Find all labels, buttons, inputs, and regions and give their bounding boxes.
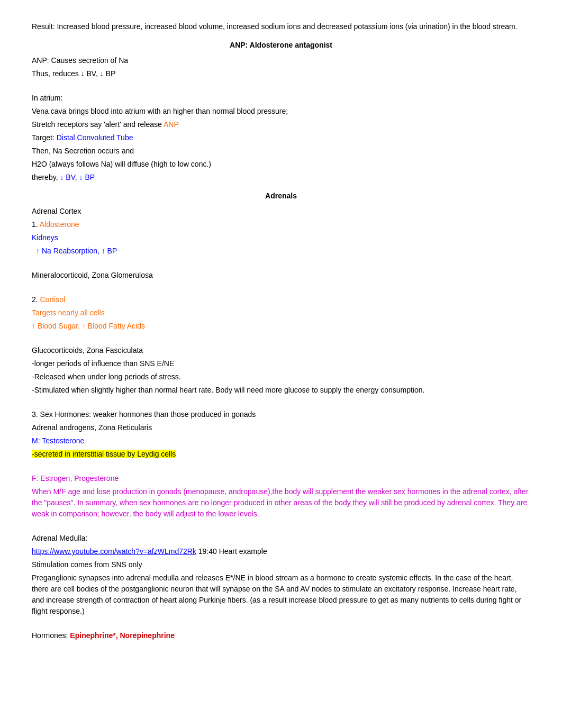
- stretch-text: Stretch receptors say 'alert' and releas…: [32, 120, 162, 129]
- anp-line2: Thus, reduces ↓ BV, ↓ BP: [32, 68, 530, 79]
- item3-line2: Adrenal androgens, Zona Reticularis: [32, 422, 530, 433]
- menopause-paragraph: When M/F age and lose production in gona…: [32, 486, 530, 520]
- anp-line5: Stretch receptors say 'alert' and releas…: [32, 119, 530, 130]
- anp-title: ANP: Aldosterone antagonist: [32, 40, 530, 51]
- preganglionic-paragraph: Preganglionic synapses into adrenal medu…: [32, 572, 530, 617]
- intro-text: Result: Increased blood pressure, increa…: [32, 21, 530, 32]
- hormones-label: Hormones:: [32, 631, 68, 640]
- testosterone-value: Testosterone: [42, 436, 84, 445]
- anp-section: ANP: Aldosterone antagonist ANP: Causes …: [32, 40, 530, 183]
- page-container: Result: Increased blood pressure, increa…: [32, 21, 530, 641]
- anp-line1: ANP: Causes secretion of Na: [32, 55, 530, 66]
- item2-number: 2.: [32, 295, 38, 304]
- mineralocorticoid-line: Mineralocorticoid, Zona Glomerulosa: [32, 270, 530, 281]
- glucocorticoids-line4: -Stimulated when slightly higher than no…: [32, 385, 530, 396]
- adrenals-title: Adrenals: [32, 190, 530, 202]
- anp-line6: Then, Na Secretion occurs and: [32, 145, 530, 157]
- adrenals-section: Adrenals Adrenal Cortex 1. Aldosterone K…: [32, 190, 530, 641]
- glucocorticoids-line1: Glucocorticoids, Zona Fasciculata: [32, 345, 530, 356]
- anp-word: ANP: [164, 120, 179, 129]
- adrenal-cortex-label: Adrenal Cortex: [32, 206, 530, 217]
- leydig-line: -secreted in interstitial tissue by Leyd…: [32, 449, 530, 460]
- kidneys-label: Kidneys: [32, 232, 530, 243]
- blood-sugar-line: ↑ Blood Sugar, ↑ Blood Fatty Acids: [32, 321, 530, 332]
- youtube-line: https://www.youtube.com/watch?v=afzWLmd7…: [32, 546, 530, 557]
- target-value: Distal Convoluted Tube: [57, 133, 133, 142]
- stimulation-line: Stimulation comes from SNS only: [32, 559, 530, 570]
- item2-line: 2. Cortisol: [32, 294, 530, 305]
- cortisol-label: Cortisol: [40, 295, 65, 304]
- youtube-link[interactable]: https://www.youtube.com/watch?v=afzWLmd7…: [32, 547, 196, 556]
- glucocorticoids-line2: -longer periods of influence than SNS E/…: [32, 358, 530, 369]
- thereby-text: thereby,: [32, 173, 58, 181]
- anp-line4: Vena cava brings blood into atrium with …: [32, 106, 530, 117]
- item1-number: 1.: [32, 220, 38, 229]
- f-label: F:: [32, 474, 38, 483]
- intro-block: Result: Increased blood pressure, increa…: [32, 21, 530, 32]
- anp-line3: In atrium:: [32, 93, 530, 104]
- adrenal-medulla-label: Adrenal Medulla:: [32, 533, 530, 544]
- anp-line7: H2O (always follows Na) will diffuse (hi…: [32, 159, 530, 170]
- thereby-colored: ↓ BV, ↓ BP: [60, 173, 95, 181]
- aldosterone-label: Aldosterone: [40, 220, 79, 229]
- kidneys-effect: ↑ Na Reabsorption, ↑ BP: [32, 245, 530, 257]
- f-label-line: F: Estrogen, Progesterone: [32, 473, 530, 484]
- epinephrine-label: Epinephrine*, Norepinephrine: [70, 631, 175, 640]
- glucocorticoids-line3: -Released when under long periods of str…: [32, 371, 530, 383]
- thereby-line: thereby, ↓ BV, ↓ BP: [32, 172, 530, 183]
- target-line: Target: Distal Convoluted Tube: [32, 132, 530, 143]
- m-label: M:: [32, 436, 40, 445]
- item3-line1: 3. Sex Hormones: weaker hormones than th…: [32, 409, 530, 420]
- targets-nearly: Targets nearly all cells: [32, 307, 530, 319]
- hormones-line: Hormones: Epinephrine*, Norepinephrine: [32, 630, 530, 641]
- m-testosterone-line: M: Testosterone: [32, 435, 530, 447]
- target-label: Target:: [32, 133, 55, 142]
- item1-line: 1. Aldosterone: [32, 219, 530, 230]
- f-hormones-value: Estrogen, Progesterone: [40, 474, 119, 483]
- leydig-text: -secreted in interstitial tissue by Leyd…: [32, 450, 176, 458]
- youtube-suffix: 19:40 Heart example: [198, 547, 267, 556]
